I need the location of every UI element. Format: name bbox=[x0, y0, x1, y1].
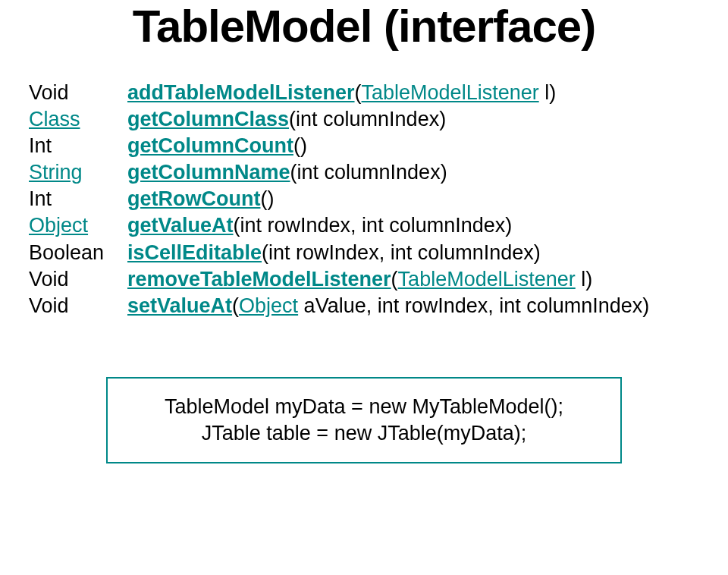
method-signature: isCellEditable(int rowIndex, int columnI… bbox=[127, 240, 541, 266]
param-rest: l) bbox=[539, 81, 557, 104]
method-row: Class getColumnClass(int columnIndex) bbox=[29, 106, 713, 133]
param-type-link: TableModelListener bbox=[398, 268, 576, 291]
return-type: Void bbox=[29, 80, 127, 106]
params: (int columnIndex) bbox=[289, 108, 446, 130]
method-row: Void addTableModelListener(TableModelLis… bbox=[29, 80, 713, 106]
method-row: Int getRowCount() bbox=[29, 186, 713, 212]
paren-open: ( bbox=[391, 268, 398, 291]
method-signature: getRowCount() bbox=[127, 186, 274, 212]
return-type: Class bbox=[29, 106, 127, 133]
method-signature: addTableModelListener(TableModelListener… bbox=[127, 80, 556, 106]
method-name: getColumnClass bbox=[127, 108, 289, 130]
method-signature: setValueAt(Object aValue, int rowIndex, … bbox=[127, 293, 649, 319]
method-signature: removeTableModelListener(TableModelListe… bbox=[127, 266, 592, 293]
params: () bbox=[293, 134, 307, 157]
method-list: Void addTableModelListener(TableModelLis… bbox=[15, 80, 713, 319]
paren-open: ( bbox=[232, 294, 239, 317]
method-row: String getColumnName(int columnIndex) bbox=[29, 159, 713, 186]
params: (int rowIndex, int columnIndex) bbox=[234, 214, 513, 237]
method-name: addTableModelListener bbox=[127, 81, 355, 104]
code-line: TableModel myData = new MyTableModel(); bbox=[135, 394, 593, 420]
page-title: TableModel (interface) bbox=[15, 0, 713, 52]
method-row: Object getValueAt(int rowIndex, int colu… bbox=[29, 212, 713, 239]
return-type: String bbox=[29, 159, 127, 186]
param-type-link: Object bbox=[239, 294, 298, 317]
param-type-link: TableModelListener bbox=[362, 81, 539, 104]
method-row: Boolean isCellEditable(int rowIndex, int… bbox=[29, 240, 713, 266]
return-type: Void bbox=[29, 266, 127, 293]
method-signature: getColumnName(int columnIndex) bbox=[127, 159, 447, 186]
method-signature: getColumnClass(int columnIndex) bbox=[127, 106, 446, 133]
param-rest: l) bbox=[576, 268, 593, 291]
return-type: Boolean bbox=[29, 240, 127, 266]
params: (int rowIndex, int columnIndex) bbox=[262, 241, 541, 264]
params: () bbox=[260, 187, 274, 210]
paren-open: ( bbox=[355, 81, 362, 104]
return-type: Void bbox=[29, 293, 127, 319]
method-name: isCellEditable bbox=[127, 241, 262, 264]
return-type: Object bbox=[29, 212, 127, 239]
method-name: getRowCount bbox=[127, 187, 260, 210]
method-row: Void removeTableModelListener(TableModel… bbox=[29, 266, 713, 293]
method-name: getColumnCount bbox=[127, 134, 293, 157]
method-name: getColumnName bbox=[127, 161, 290, 184]
method-row: Void setValueAt(Object aValue, int rowIn… bbox=[29, 293, 713, 319]
method-signature: getValueAt(int rowIndex, int columnIndex… bbox=[127, 212, 512, 239]
return-type: Int bbox=[29, 133, 127, 159]
method-name: setValueAt bbox=[127, 294, 232, 317]
param-rest: aValue, int rowIndex, int columnIndex) bbox=[298, 294, 649, 317]
method-name: getValueAt bbox=[127, 214, 234, 237]
method-row: Int getColumnCount() bbox=[29, 133, 713, 159]
params: (int columnIndex) bbox=[290, 161, 447, 184]
code-line: JTable table = new JTable(myData); bbox=[135, 420, 593, 447]
code-example-box: TableModel myData = new MyTableModel(); … bbox=[106, 377, 622, 463]
return-type: Int bbox=[29, 186, 127, 212]
method-name: removeTableModelListener bbox=[127, 268, 391, 291]
method-signature: getColumnCount() bbox=[127, 133, 307, 159]
